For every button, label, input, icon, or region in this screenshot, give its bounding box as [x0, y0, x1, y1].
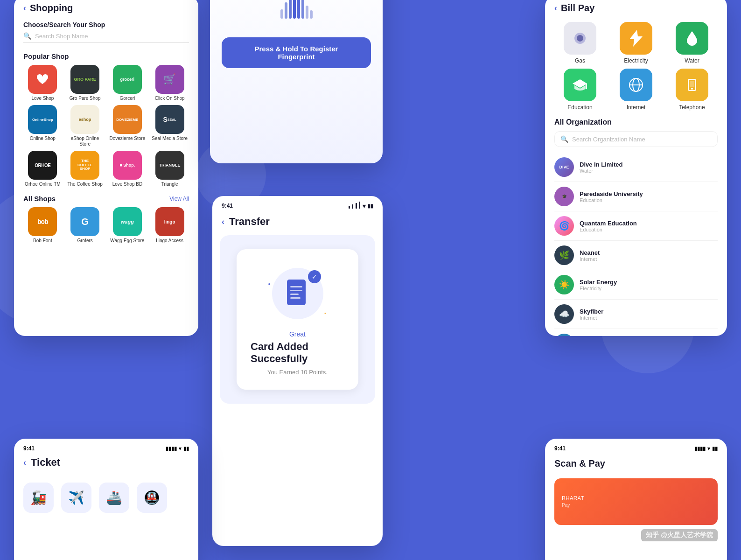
search-bar[interactable]: 🔍 Search Shop Name [23, 32, 189, 43]
wifi-icon: ▾ [363, 203, 366, 210]
org-item-solar[interactable]: ☀️ Solar Energy Electricity [554, 270, 718, 300]
org-list: DIVE Dive In Limited Water 🎓 Paredaside … [554, 153, 718, 336]
watermark: 知乎 @火星人艺术学院 [641, 529, 718, 541]
shop-name-eshop: eShop Online Store [66, 136, 105, 147]
org-info-paredaside: Paredaside University Education [580, 190, 643, 203]
document-svg [285, 279, 310, 309]
org-search[interactable]: 🔍 Search Organization Name [554, 131, 718, 147]
ticket-train-icon[interactable]: 🚂 [23, 483, 54, 513]
bill-cat-internet[interactable]: Internet [610, 69, 662, 111]
scanpay-status-icons: ▮▮▮▮ ▾ ▮▮ [694, 446, 718, 452]
org-item-neanet[interactable]: 🌿 Neanet Internet [554, 241, 718, 270]
ticket-plane-icon[interactable]: ✈️ [61, 483, 91, 513]
scanpay-time: 9:41 [554, 445, 566, 452]
scan-card[interactable]: BHARATPay [554, 478, 718, 525]
education-icon [564, 69, 596, 101]
shop-name-wagg: Wagg Egg Store [110, 238, 144, 244]
bill-cat-electricity[interactable]: Electricity [610, 22, 662, 64]
org-name-paredaside: Paredaside University [580, 190, 643, 197]
shop-item-wagg[interactable]: wagg Wagg Egg Store [108, 207, 147, 244]
wave-7 [306, 6, 308, 19]
billpay-back-icon[interactable]: ‹ [554, 3, 557, 13]
shop-icon-bobfont: bob [28, 207, 57, 236]
shop-icon-wagg: wagg [113, 207, 142, 236]
search-section: Choose/Search Your Shop 🔍 Search Shop Na… [14, 17, 198, 49]
scanpay-title: Scan & Pay [554, 458, 718, 469]
transfer-time: 9:41 [222, 203, 233, 209]
ticket-metro-icon[interactable]: 🚇 [137, 483, 167, 513]
org-type-skyfiber: Internet [580, 315, 603, 321]
ticket-time: 9:41 [23, 445, 35, 452]
bill-cat-telephone[interactable]: Telephone [666, 69, 718, 111]
org-name-quantam: Quantam Education [580, 220, 637, 227]
popular-shop-grid: Love Shop GRO PARE Gro Pare Shop groceri… [14, 65, 198, 193]
ticket-panel: 9:41 ▮▮▮▮ ▾ ▮▮ ‹ Ticket 🚂 ✈️ 🚢 🚇 [14, 439, 198, 560]
billpay-panel: ‹ Bill Pay Gas Electricity Water Educa [545, 0, 727, 336]
shop-item-grofers[interactable]: G Grofers [66, 207, 105, 244]
ticket-status-icons: ▮▮▮▮ ▾ ▮▮ [166, 446, 189, 452]
back-icon[interactable]: ‹ [23, 3, 26, 13]
shop-name-orhoe: Orhoe Online TM [25, 182, 61, 187]
shop-name-love: Love Shop [31, 96, 54, 101]
ticket-back-icon[interactable]: ‹ [23, 458, 26, 468]
org-info-skyfiber: Skyfiber Internet [580, 308, 603, 321]
popular-section-title: Popular Shop [14, 49, 198, 65]
shop-icon-love [28, 65, 57, 94]
org-info-quantam: Quantam Education Education [580, 220, 637, 232]
org-item-dive[interactable]: DIVE Dive In Limited Water [554, 153, 718, 182]
shopping-header: ‹ Shopping [14, 0, 198, 17]
dot-right: ● [324, 312, 326, 315]
shop-item-coffee[interactable]: THECOFFEESHOP The Coffee Shop [66, 151, 105, 187]
shop-item-bobfont[interactable]: bob Bob Font [23, 207, 62, 244]
org-item-paredaside[interactable]: 🎓 Paredaside University Education [554, 182, 718, 211]
success-title: Card Added Succesfully [251, 341, 344, 365]
shop-item-gorceri[interactable]: groceri Gorceri [108, 65, 147, 101]
shop-item-clickon[interactable]: 🛒 Click On Shop [150, 65, 189, 101]
status-icons: ▾ ▮▮ [349, 202, 373, 210]
wave-6 [301, 0, 304, 19]
shop-item-dovezieme[interactable]: DOVEZIEME Dovezieme Store [108, 105, 147, 147]
shop-item-lingo[interactable]: lingo Lingo Access [150, 207, 189, 244]
shop-item-seal[interactable]: SSEAL Seal Media Store [150, 105, 189, 147]
shop-name-grofers: Grofers [77, 238, 92, 244]
shop-item-love[interactable]: Love Shop [23, 65, 62, 101]
view-all-link[interactable]: View All [169, 196, 189, 202]
wave-1 [280, 9, 283, 19]
internet-icon [620, 69, 652, 101]
transfer-back-icon[interactable]: ‹ [222, 217, 224, 227]
gas-label: Gas [575, 57, 585, 64]
shop-item-orhoe[interactable]: ORHOE Orhoe Online TM [23, 151, 62, 187]
bill-cat-water[interactable]: Water [666, 22, 718, 64]
org-type-paredaside: Education [580, 197, 643, 203]
shop-name-lingo: Lingo Access [156, 238, 183, 244]
transfer-status-bar: 9:41 ▾ ▮▮ [212, 196, 383, 212]
org-item-waveaup[interactable]: 🌊 Waveaup Limited [554, 329, 718, 336]
bill-cat-education[interactable]: Education [554, 69, 606, 111]
org-item-quantam[interactable]: 🌀 Quantam Education Education [554, 211, 718, 241]
shop-item-loveshopbd[interactable]: ■ Shop. Love Shop BD [108, 151, 147, 187]
success-label: Great [289, 330, 306, 338]
shop-item-gropare[interactable]: GRO PARE Gro Pare Shop [66, 65, 105, 101]
shop-item-triangle[interactable]: TRIANGLE Triangle [150, 151, 189, 187]
dot-left: ● [268, 282, 271, 286]
shop-name-triangle: Triangle [161, 182, 178, 187]
bill-cat-gas[interactable]: Gas [554, 22, 606, 64]
ticket-ship-icon[interactable]: 🚢 [99, 483, 129, 513]
ticket-wifi: ▾ [179, 446, 182, 452]
org-avatar-quantam: 🌀 [554, 216, 574, 236]
org-type-quantam: Education [580, 227, 637, 232]
electricity-label: Electricity [624, 57, 648, 64]
shop-item-eshop[interactable]: eshop eShop Online Store [66, 105, 105, 147]
shop-item-online[interactable]: OnlineShop Online Shop [23, 105, 62, 147]
shopping-panel: ‹ Shopping Choose/Search Your Shop 🔍 Sea… [14, 0, 198, 336]
shop-name-clickon: Click On Shop [155, 96, 185, 101]
org-info-dive: Dive In Limited Water [580, 161, 622, 174]
search-placeholder: Search Shop Name [35, 33, 88, 40]
svg-point-12 [691, 88, 693, 90]
org-item-skyfiber[interactable]: ☁️ Skyfiber Internet [554, 300, 718, 329]
fingerprint-button[interactable]: Press & Hold To Register Fingerprint [222, 37, 371, 68]
ticket-icons-row: 🚂 ✈️ 🚢 🚇 [14, 473, 198, 522]
shop-name-online: Online Shop [30, 136, 56, 141]
fingerprint-area: Press & Hold To Register Fingerprint [210, 0, 383, 82]
shop-icon-coffee: THECOFFEESHOP [70, 151, 99, 180]
